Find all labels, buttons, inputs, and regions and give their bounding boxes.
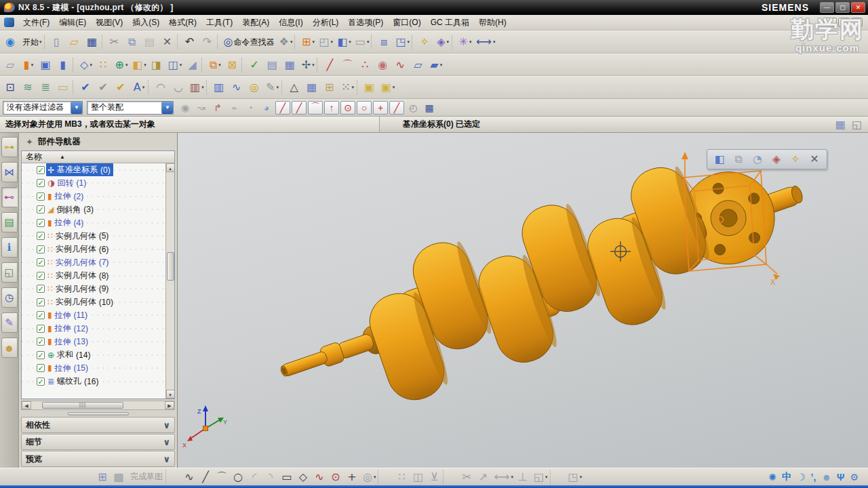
profile-curve-button[interactable]: ◉ bbox=[374, 56, 392, 74]
polygon-sketch-button[interactable]: ◇ bbox=[296, 470, 312, 485]
point-on-curve-button[interactable]: ↱ bbox=[210, 101, 225, 115]
line-curve-button[interactable]: ╱ bbox=[321, 56, 339, 74]
minimize-button[interactable]: — bbox=[820, 2, 834, 13]
grid-snap-button[interactable]: ▦ bbox=[422, 101, 437, 115]
add-pattern-button[interactable]: ⊞ bbox=[321, 79, 339, 96]
scroll-down-icon[interactable]: ▾ bbox=[166, 390, 175, 399]
section-dependencies[interactable]: 相依性 ∨ bbox=[21, 417, 175, 433]
crankshaft-model[interactable] bbox=[258, 133, 825, 439]
tree-row[interactable]: ✓ ∷ 实例几何体 (7) bbox=[22, 256, 165, 270]
spline-curve-button[interactable]: ∿ bbox=[392, 56, 410, 74]
sphere-select-button[interactable]: ◔ bbox=[243, 101, 258, 115]
menu-tools[interactable]: 工具(T) bbox=[201, 15, 237, 30]
feature-checkbox[interactable]: ✓ bbox=[37, 378, 45, 386]
layer-stack-button[interactable]: ≋ bbox=[20, 79, 37, 96]
tree-row[interactable]: ✓ ▮ 拉伸 (13) bbox=[22, 336, 165, 349]
tree-row[interactable]: ✓ ◑ 回转 (1) bbox=[22, 177, 165, 190]
new-file-button[interactable]: ▯ bbox=[49, 33, 66, 51]
plane-button[interactable]: ▰▾ bbox=[427, 56, 445, 74]
reuse-library-tab[interactable]: ▤ bbox=[1, 212, 18, 232]
menu-preferences[interactable]: 首选项(P) bbox=[343, 15, 388, 30]
feature-playback-button[interactable]: ▤ bbox=[264, 56, 281, 74]
tree-horizontal-scrollbar[interactable]: ◀ ⫿⫿⫿ ▶ bbox=[21, 401, 175, 410]
delete-face-button[interactable]: ⊠ bbox=[224, 56, 241, 74]
hd3d-tools-tab[interactable]: ℹ bbox=[1, 237, 18, 258]
feature-checkbox[interactable]: ✓ bbox=[37, 272, 45, 280]
tree-row[interactable]: ✓ ∷ 实例几何体 (8) bbox=[22, 269, 165, 283]
show-hide-button[interactable]: ⧈ bbox=[376, 33, 393, 51]
doc-minimize-button[interactable]: — bbox=[825, 18, 837, 27]
expand-panel-icon[interactable]: ◱ bbox=[850, 119, 864, 131]
feature-checkbox[interactable]: ✓ bbox=[37, 351, 45, 359]
tree-row[interactable]: ✓ ∷ 实例几何体 (6) bbox=[22, 243, 165, 256]
feature-checkbox[interactable]: ✓ bbox=[37, 245, 45, 253]
measure-distance-button[interactable]: ⟷▾ bbox=[474, 33, 497, 51]
ime-settings-icon[interactable]: ⚙ bbox=[850, 472, 859, 483]
feature-checkbox[interactable]: ✓ bbox=[37, 364, 45, 372]
snapshot-button[interactable]: ✳▾ bbox=[456, 33, 474, 51]
tree-row[interactable]: ✓ ▮ 拉伸 (11) bbox=[22, 309, 165, 323]
annotation-text-button[interactable]: A▾ bbox=[130, 79, 148, 96]
sweep-brush-button[interactable]: ✎▾ bbox=[264, 79, 281, 96]
menu-analysis[interactable]: 分析(L) bbox=[308, 15, 344, 30]
point-set-button[interactable]: ∴ bbox=[357, 56, 374, 74]
scrollbar-thumb[interactable]: ⫿⫿⫿ bbox=[42, 402, 123, 409]
tree-row[interactable]: ✓ ✢ 基准坐标系 (0) bbox=[22, 163, 165, 177]
chevron-down-icon[interactable]: ∨ bbox=[163, 437, 170, 447]
scrollbar-thumb[interactable] bbox=[167, 252, 174, 281]
tree-row[interactable]: ✓ ≣ 螺纹孔 (16) bbox=[22, 375, 165, 388]
window-view-button[interactable]: ◳▾ bbox=[393, 33, 412, 51]
feature-checkbox[interactable]: ✓ bbox=[37, 325, 45, 333]
constraint-navigator-tab[interactable]: ⋈ bbox=[1, 162, 18, 182]
ime-mic-icon[interactable]: Ψ bbox=[837, 472, 844, 483]
sphere-highlight-button[interactable]: ◕ bbox=[259, 101, 274, 115]
rectangle-sketch-button[interactable]: ▭ bbox=[279, 470, 296, 485]
boolean-button[interactable]: ◫▾ bbox=[166, 56, 184, 74]
tag-note-button[interactable]: ▭ bbox=[55, 79, 73, 96]
assembly-navigator-tab[interactable]: ⊶ bbox=[1, 137, 18, 157]
dropdown-arrow-icon[interactable]: ▼ bbox=[161, 102, 173, 114]
geometric-constraints-button[interactable]: ⊥ bbox=[515, 470, 532, 485]
screen-layout-button[interactable]: ⊞▾ bbox=[299, 33, 317, 51]
feature-checkbox[interactable]: ✓ bbox=[37, 338, 45, 346]
menu-format[interactable]: 格式(R) bbox=[164, 15, 201, 30]
arc-sketch-button[interactable]: ⌒ bbox=[214, 470, 231, 485]
profile-sketch-button[interactable]: ∿ bbox=[182, 470, 198, 485]
nx-home-icon[interactable]: ◉ bbox=[2, 33, 20, 51]
chamfer-tool-button[interactable]: ◢ bbox=[184, 56, 201, 74]
snap-control-point-button[interactable]: ⌒ bbox=[308, 101, 323, 115]
paste-button[interactable]: ▤ bbox=[142, 33, 159, 51]
doc-close-button[interactable]: ✕ bbox=[851, 18, 863, 27]
web-browser-tab[interactable]: ◱ bbox=[1, 262, 18, 283]
wcs-button[interactable]: ✢▾ bbox=[299, 56, 317, 74]
feature-checkbox[interactable]: ✓ bbox=[37, 179, 45, 187]
menu-insert[interactable]: 插入(S) bbox=[127, 15, 164, 30]
snap-point-on-face-button[interactable]: ◴ bbox=[406, 101, 420, 115]
point-sketch-button[interactable]: + bbox=[344, 470, 361, 485]
scroll-left-icon[interactable]: ◀ bbox=[22, 401, 31, 409]
restore-button[interactable]: ▢ bbox=[835, 2, 850, 13]
scroll-right-icon[interactable]: ▶ bbox=[165, 401, 174, 409]
touch-mode-button[interactable]: ❖▾ bbox=[277, 33, 294, 51]
dropdown-arrow-icon[interactable]: ▼ bbox=[71, 102, 82, 114]
tree-row[interactable]: ✓ ▮ 拉伸 (2) bbox=[22, 190, 165, 203]
trim-body-button[interactable]: ◧▾ bbox=[130, 56, 149, 74]
studio-spline-button[interactable]: ∿ bbox=[312, 470, 328, 485]
quick-extend-button[interactable]: ↗ bbox=[475, 470, 492, 485]
coil-button[interactable]: ◎ bbox=[246, 79, 264, 96]
section-details[interactable]: 细节 ∨ bbox=[21, 434, 175, 450]
feature-checkbox[interactable]: ✓ bbox=[37, 205, 45, 214]
split-body-button[interactable]: ◨ bbox=[149, 56, 166, 74]
rapid-dimension-button[interactable]: ⟷▾ bbox=[492, 470, 515, 485]
feature-checkbox[interactable]: ✓ bbox=[37, 285, 45, 293]
name-column-header[interactable]: 名称 ▲ bbox=[22, 151, 174, 163]
intersection-point-button[interactable]: ⊻ bbox=[427, 470, 443, 485]
tree-vertical-scrollbar[interactable]: ▴ ▾ bbox=[165, 163, 174, 399]
menu-assembly[interactable]: 装配(A) bbox=[237, 15, 274, 30]
snap-point-on-line-button[interactable]: ╱ bbox=[389, 101, 404, 115]
expressions-button[interactable]: ▦ bbox=[281, 56, 299, 74]
finish-flag-button[interactable]: ▩ bbox=[111, 470, 127, 485]
key-visualize-button[interactable]: ✧ bbox=[416, 33, 434, 51]
mirror-curve-button[interactable]: ◫ bbox=[410, 470, 427, 485]
menu-info[interactable]: 信息(I) bbox=[274, 15, 307, 30]
